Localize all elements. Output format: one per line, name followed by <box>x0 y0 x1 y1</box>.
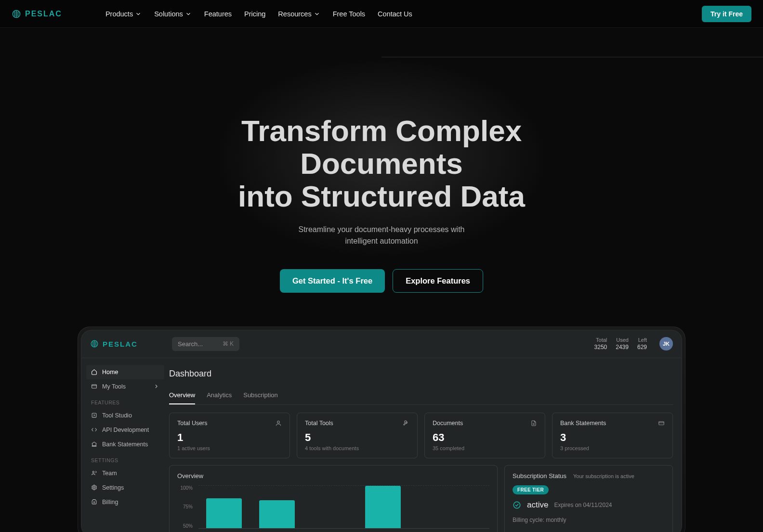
sidebar-item-bank-statements[interactable]: Bank Statements <box>86 437 164 452</box>
logo-icon <box>12 9 21 19</box>
card-value: 1 <box>177 431 282 444</box>
chart-y-tick: 50% <box>177 523 193 529</box>
nav-resources-label: Resources <box>278 10 311 18</box>
app-logo[interactable]: PESLAC <box>90 339 172 348</box>
sidebar-section-features: FEATURES <box>86 394 164 408</box>
avatar[interactable]: JK <box>659 337 673 350</box>
svg-point-6 <box>277 421 280 423</box>
chart-y-tick: 100% <box>177 485 193 491</box>
stat-used-value: 2439 <box>616 344 629 350</box>
stat-cards: Total Users 1 1 active users Total Tools… <box>169 413 673 458</box>
nav-links: Products Solutions Features Pricing Reso… <box>105 10 412 18</box>
card-title: Bank Statements <box>560 420 606 427</box>
card-bank-statements: Bank Statements 3 3 processed <box>552 413 673 458</box>
nav-free-tools[interactable]: Free Tools <box>333 10 365 18</box>
home-icon <box>91 369 97 375</box>
tab-subscription[interactable]: Subscription <box>243 387 278 404</box>
sidebar-item-my-tools[interactable]: My Tools <box>86 379 164 394</box>
brand-text: PESLAC <box>25 10 62 18</box>
dashboard-preview: PESLAC Search... ⌘ K Total 3250 Used 243… <box>81 330 682 532</box>
nav-resources[interactable]: Resources <box>278 10 320 18</box>
chart-bar <box>365 486 401 528</box>
nav-features[interactable]: Features <box>204 10 232 18</box>
stat-left-label: Left <box>637 337 647 343</box>
svg-rect-2 <box>92 385 97 389</box>
nav-free-tools-label: Free Tools <box>333 10 365 18</box>
chart-y-labels: 100% 75% 50% <box>177 485 193 529</box>
tab-analytics[interactable]: Analytics <box>207 387 232 404</box>
nav-contact-label: Contact Us <box>378 10 412 18</box>
sidebar-section-settings: SETTINGS <box>86 452 164 466</box>
status-text: active <box>527 500 548 510</box>
team-icon <box>91 470 97 476</box>
card-subtext: 1 active users <box>177 445 282 451</box>
top-nav: PESLAC Products Solutions Features Prici… <box>0 0 763 28</box>
card-value: 5 <box>305 431 409 444</box>
svg-point-4 <box>92 471 94 473</box>
stat-total-value: 3250 <box>594 344 607 350</box>
nav-solutions-label: Solutions <box>154 10 183 18</box>
free-tier-badge: FREE TIER <box>513 485 549 494</box>
app-body: Home My Tools FEATURES Tool Studio API D… <box>81 358 682 532</box>
nav-pricing[interactable]: Pricing <box>244 10 265 18</box>
hero-subtitle: Streamline your document-heavy processes… <box>285 224 478 247</box>
hero-buttons: Get Started - It's Free Explore Features <box>0 269 763 293</box>
stat-total-label: Total <box>594 337 607 343</box>
svg-point-8 <box>513 502 520 508</box>
sidebar-item-team[interactable]: Team <box>86 466 164 480</box>
svg-rect-7 <box>659 421 664 425</box>
tab-overview[interactable]: Overview <box>169 387 195 404</box>
billing-cycle: Billing cycle: monthly <box>513 517 665 523</box>
bank-icon <box>91 441 97 447</box>
dashboard-preview-frame: PESLAC Search... ⌘ K Total 3250 Used 243… <box>78 326 685 532</box>
check-circle-icon <box>513 501 521 509</box>
nav-pricing-label: Pricing <box>244 10 265 18</box>
card-title: Documents <box>433 420 463 427</box>
sidebar-item-label: API Development <box>102 427 149 433</box>
card-title: Total Tools <box>305 420 333 427</box>
search-shortcut: ⌘ K <box>223 340 234 347</box>
sidebar-item-billing[interactable]: Billing <box>86 495 164 509</box>
sidebar: Home My Tools FEATURES Tool Studio API D… <box>81 358 169 532</box>
chevron-down-icon <box>135 11 142 17</box>
sidebar-item-home[interactable]: Home <box>86 365 164 379</box>
card-subtext: 3 processed <box>560 445 665 451</box>
stat-used: Used 2439 <box>616 337 629 350</box>
sidebar-item-label: My Tools <box>102 383 126 390</box>
chevron-right-icon <box>153 383 159 389</box>
brand-logo[interactable]: PESLAC <box>12 9 62 19</box>
hero-section: Transform Complex Documents into Structu… <box>0 28 763 293</box>
get-started-button[interactable]: Get Started - It's Free <box>280 269 385 293</box>
card-subtext: 4 tools with documents <box>305 445 409 451</box>
explore-features-button[interactable]: Explore Features <box>393 269 483 293</box>
nav-products[interactable]: Products <box>105 10 142 18</box>
hero-title-line1: Transform Complex Documents <box>241 114 522 180</box>
chart-y-tick: 75% <box>177 504 193 509</box>
card-documents: Documents 63 35 completed <box>424 413 545 458</box>
nav-products-label: Products <box>105 10 133 18</box>
tools-icon <box>91 383 97 389</box>
api-icon <box>91 427 97 433</box>
page-title: Dashboard <box>169 369 673 379</box>
nav-contact[interactable]: Contact Us <box>378 10 412 18</box>
card-icon <box>658 420 665 427</box>
sidebar-item-api-development[interactable]: API Development <box>86 423 164 437</box>
user-icon <box>275 420 282 427</box>
sidebar-item-settings[interactable]: Settings <box>86 480 164 495</box>
sidebar-item-tool-studio[interactable]: Tool Studio <box>86 408 164 423</box>
chart-title: Overview <box>177 472 489 480</box>
subscription-status-card: Subscription Status Your subscription is… <box>504 465 673 532</box>
doc-icon <box>530 420 537 427</box>
nav-solutions[interactable]: Solutions <box>154 10 192 18</box>
app-header: PESLAC Search... ⌘ K Total 3250 Used 243… <box>81 330 682 358</box>
chart-bar <box>206 498 242 528</box>
search-placeholder: Search... <box>178 340 203 348</box>
chevron-down-icon <box>314 11 320 17</box>
stat-left-value: 629 <box>637 344 647 350</box>
tabs: Overview Analytics Subscription <box>169 387 673 405</box>
sidebar-item-label: Home <box>102 369 118 376</box>
try-free-button[interactable]: Try it Free <box>702 6 751 22</box>
status-subtitle: Your subscription is active <box>573 473 634 479</box>
overview-chart-card: Overview 100% 75% 50% <box>169 465 498 532</box>
search-input[interactable]: Search... ⌘ K <box>172 337 239 351</box>
